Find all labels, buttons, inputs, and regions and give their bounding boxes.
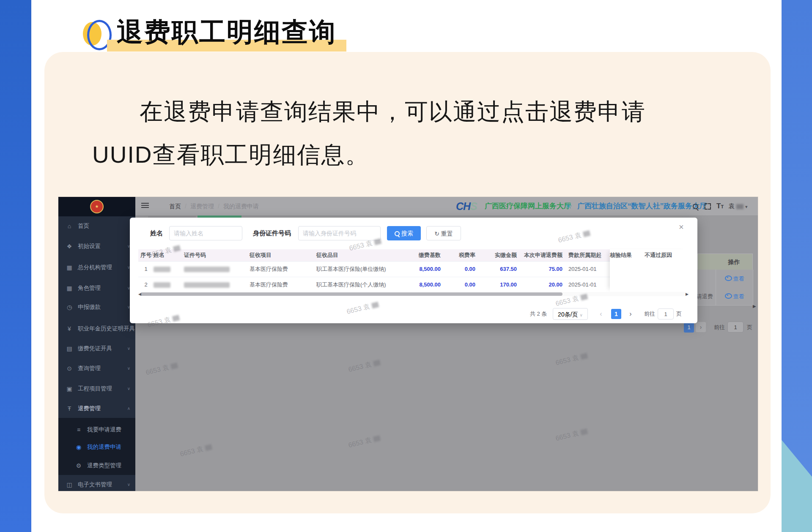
background-table-cell <box>697 270 716 288</box>
watermark: 6653 袁 <box>348 358 381 374</box>
chevron-down-icon: ∨ <box>127 475 130 491</box>
sidebar-item-project-management[interactable]: ▣ 工程项目管理 ∨ <box>58 379 135 398</box>
previous-page-button[interactable]: ‹ <box>596 308 606 320</box>
sidebar-item-apply-refund[interactable]: ≡ 我要申请退费 <box>58 420 135 439</box>
watermark: 6653 袁 <box>555 351 589 368</box>
redacted-id-number <box>184 266 250 272</box>
sidebar-item-refund-management[interactable]: Ŧ 退费管理 ∧ <box>58 399 135 418</box>
background-goto-page-input[interactable]: 1 <box>727 322 743 333</box>
chevron-down-icon: ∨ <box>127 359 130 378</box>
total-count-label: 共 2 条 <box>530 308 547 320</box>
watermark: 6653 袁 <box>348 434 381 450</box>
grid-icon: ▦ <box>65 258 74 277</box>
page-size-select[interactable]: 20条/页∨ <box>553 308 588 320</box>
watermark: 6653 袁 <box>555 427 589 443</box>
user-name: 袁 <box>728 202 735 210</box>
fixed-right-columns-panel: 核验结果 不通过原因 <box>610 249 689 292</box>
user-menu[interactable]: 袁▾ <box>728 197 748 216</box>
book-icon: ◫ <box>65 475 74 491</box>
refund-icon: Ŧ <box>65 399 74 418</box>
sidebar-item-my-refund-requests[interactable]: ◉ 我的退费申请 <box>58 438 135 456</box>
background-table-header-strip <box>697 254 716 270</box>
redacted-name <box>154 266 184 272</box>
intro-text-line2: UUID查看职工明细信息。 <box>92 139 369 171</box>
yen-icon: ¥ <box>65 319 74 338</box>
medical-insurance-hall-title: 广西医疗保障网上服务大厅 <box>485 197 571 216</box>
employee-detail-modal: × 姓名 身份证件号码 搜索 ↻ 重置 序号 姓名 证件号码 征收项目 征收品目… <box>130 218 697 323</box>
redacted-name <box>154 281 184 288</box>
watermark: 6653 袁 <box>179 442 213 459</box>
font-size-icon[interactable]: TT <box>716 197 724 216</box>
id-number-input[interactable] <box>298 226 381 240</box>
sidebar-item-payment-voucher[interactable]: ▤ 缴费凭证开具 ∨ <box>58 339 135 358</box>
next-page-button[interactable]: › <box>626 308 635 320</box>
goto-page-input[interactable] <box>658 308 674 319</box>
horizontal-scrollbar-thumb[interactable] <box>140 292 562 296</box>
chevron-down-icon: ▾ <box>745 204 748 209</box>
sidebar-item-annuity-certificate[interactable]: ¥ 职业年金历史证明开具 <box>58 319 135 338</box>
background-view-cell: 查看 <box>716 287 753 306</box>
project-icon: ▣ <box>65 379 74 398</box>
settings-icon: ❖ <box>65 237 74 256</box>
view-link[interactable]: 查看 <box>725 276 744 282</box>
refresh-icon: ↻ <box>434 230 439 237</box>
view-link[interactable]: 查看 <box>725 293 744 300</box>
sidebar-item-edocument-management[interactable]: ◫ 电子文书管理 ∨ <box>58 475 135 491</box>
background-next-page-button[interactable]: › <box>696 322 706 332</box>
redacted-id-number <box>184 281 250 288</box>
eye-icon <box>725 276 732 281</box>
chevron-down-icon: ∨ <box>127 339 130 358</box>
grid-icon: ▦ <box>65 279 74 297</box>
digital-hr-hall-title: 广西壮族自治区“数智人社”政务服务大厅 <box>577 197 707 216</box>
redacted-user-name <box>736 204 743 209</box>
people-icon: ◉ <box>74 438 83 456</box>
chs-logo: CHS <box>456 197 477 216</box>
scroll-right-icon[interactable]: ▶ <box>686 292 689 297</box>
background-scroll-right-icon[interactable]: ▶ <box>753 304 756 308</box>
breadcrumb: 首页/退费管理/我的退费申请 <box>169 197 259 216</box>
breadcrumb-home[interactable]: 首页 <box>169 203 181 210</box>
list-icon: ≡ <box>74 420 83 439</box>
sidebar: ★ ⌂ 首页 ❖ 初始设置 ∨ ▦ 总分机构管理 ∨ ▦ 角色管理 ∨ ◷ 申报… <box>58 197 135 491</box>
gov-badge-icon: ✳ <box>565 197 572 216</box>
background-view-cell: 查看 <box>716 270 753 288</box>
background-goto-label: 前往 <box>714 322 725 333</box>
sidebar-item-initial-settings[interactable]: ❖ 初始设置 ∨ <box>58 237 135 256</box>
scroll-left-icon[interactable]: ◀ <box>138 292 141 297</box>
table-header-row: 序号 姓名 证件号码 征收项目 征收品目 缴费基数 税费率 实缴金额 本次申请退… <box>138 249 689 262</box>
sidebar-item-home[interactable]: ⌂ 首页 <box>58 217 135 235</box>
fullscreen-icon[interactable] <box>705 203 711 210</box>
gear-icon: ⚙ <box>74 456 83 475</box>
sidebar-item-role-management[interactable]: ▦ 角色管理 ∨ <box>58 279 135 297</box>
sidebar-item-declare-pay[interactable]: ◷ 申报缴款 ∨ <box>58 298 135 316</box>
search-button[interactable]: 搜索 <box>387 226 421 240</box>
background-active-page-button[interactable]: 1 <box>684 322 694 333</box>
breadcrumb-refund-management[interactable]: 退费管理 <box>190 203 214 210</box>
sidebar-item-refund-type-management[interactable]: ⚙ 退费类型管理 <box>58 456 135 475</box>
background-page-unit-label: 页 <box>747 322 752 333</box>
search-icon[interactable] <box>693 202 698 209</box>
document-icon: ▤ <box>65 339 74 358</box>
name-input[interactable] <box>169 226 242 240</box>
search-icon <box>395 231 400 236</box>
table-row: 2 基本医疗保险费 职工基本医疗保险(个人缴纳) 8,500.00 0.00 1… <box>138 277 689 293</box>
eye-icon <box>725 293 732 299</box>
reset-button[interactable]: ↻ 重置 <box>426 226 461 240</box>
sidebar-item-org-management[interactable]: ▦ 总分机构管理 ∨ <box>58 258 135 277</box>
page-unit-label: 页 <box>676 308 682 320</box>
left-blue-band <box>0 0 31 532</box>
chevron-up-icon: ∧ <box>127 399 130 418</box>
clock-icon: ◷ <box>65 298 74 316</box>
chevron-down-icon: ∨ <box>580 313 583 317</box>
page-title: 退费职工明细查询 <box>117 14 337 50</box>
topbar: 首页/退费管理/我的退费申请 CHS 广西医疗保障网上服务大厅 ✳ 广西壮族自治… <box>135 197 758 216</box>
collapse-menu-icon[interactable] <box>141 203 149 210</box>
watermark: 6653 袁 <box>145 361 179 377</box>
chevron-down-icon: ∨ <box>127 379 130 398</box>
breadcrumb-current-page: 我的退费申请 <box>223 203 259 210</box>
background-refund-button-fragment[interactable]: 请退费 <box>697 293 716 300</box>
goto-label: 前往 <box>644 308 655 320</box>
sidebar-item-query-management[interactable]: ⊙ 查询管理 ∨ <box>58 359 135 378</box>
close-icon[interactable]: × <box>679 223 684 231</box>
current-page-button[interactable]: 1 <box>611 309 621 319</box>
